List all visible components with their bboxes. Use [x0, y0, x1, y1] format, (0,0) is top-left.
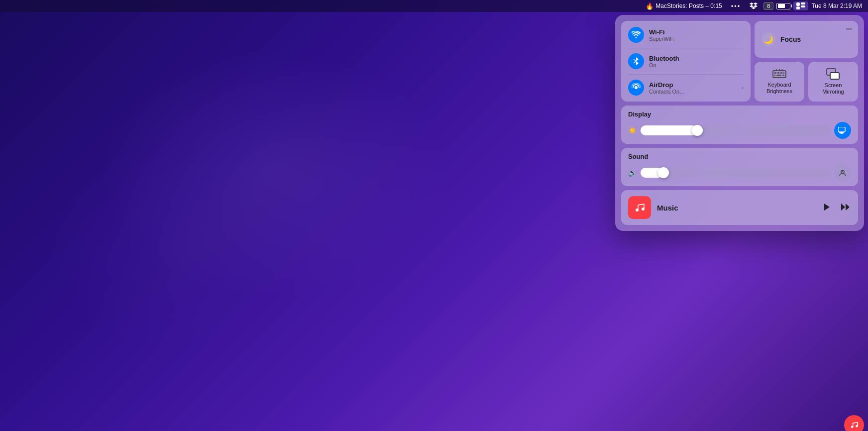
- display-action-button[interactable]: [834, 122, 851, 139]
- sound-title: Sound: [628, 153, 851, 160]
- focus-tile[interactable]: 🌙 Focus •••: [755, 21, 858, 58]
- timer-label: MacStories: Posts – 0:15: [655, 2, 722, 9]
- music-app-icon: [628, 196, 651, 219]
- battery-fill: [778, 4, 785, 8]
- airdrop-item[interactable]: AirDrop Contacts On… ›: [628, 80, 744, 96]
- dropbox-icon: [750, 2, 758, 10]
- airdrop-name: AirDrop: [649, 81, 737, 89]
- keyboard-brightness-tile[interactable]: KeyboardBrightness: [755, 62, 804, 102]
- bluetooth-icon: [633, 57, 640, 66]
- music-label: Music: [657, 204, 815, 212]
- airdrop-sub: Contacts On…: [649, 89, 737, 95]
- control-center-button[interactable]: [793, 1, 808, 10]
- datetime-display: Tue 8 Mar 2:19 AM: [811, 2, 862, 9]
- display-title: Display: [628, 110, 851, 118]
- divider-2: [628, 74, 744, 75]
- display-slider-track[interactable]: [641, 125, 830, 135]
- svg-rect-9: [783, 72, 784, 74]
- battery-indicator: [776, 3, 790, 9]
- svg-line-14: [776, 69, 777, 70]
- svg-rect-10: [774, 75, 775, 76]
- top-right-column: 🌙 Focus •••: [755, 21, 858, 102]
- svg-point-27: [856, 425, 858, 428]
- menubar: 🔥 MacStories: Posts – 0:15 ••• 8: [0, 0, 868, 12]
- wifi-item[interactable]: Wi-Fi SuperWiFi: [628, 27, 744, 43]
- numeral-badge[interactable]: 8: [763, 2, 773, 10]
- svg-rect-6: [774, 72, 776, 74]
- dropbox-item[interactable]: [747, 1, 760, 11]
- svg-point-25: [642, 208, 645, 211]
- svg-rect-5: [773, 71, 786, 78]
- airplay-audio-button[interactable]: [834, 164, 851, 181]
- svg-rect-3: [801, 5, 805, 7]
- display-slider-row: ☀️: [628, 122, 851, 139]
- svg-rect-11: [776, 75, 781, 76]
- timer-flame-icon: 🔥: [646, 2, 653, 10]
- small-tiles-row: KeyboardBrightness ScreenMirroring: [755, 62, 858, 102]
- play-icon: [823, 203, 830, 211]
- keyboard-brightness-icon: [772, 69, 786, 80]
- svg-rect-8: [780, 72, 782, 74]
- volume-icon: 🔈: [628, 169, 637, 177]
- svg-rect-12: [782, 75, 784, 76]
- focus-moon-icon: 🌙: [761, 32, 775, 46]
- svg-point-26: [851, 426, 854, 429]
- bt-sub: On: [649, 62, 744, 68]
- airdrop-chevron: ›: [742, 84, 744, 91]
- numeral-value: 8: [767, 3, 770, 9]
- svg-point-24: [636, 209, 639, 212]
- display-slider-thumb: [692, 125, 703, 136]
- bluetooth-icon-circle: [628, 53, 644, 69]
- bluetooth-item[interactable]: Bluetooth On: [628, 53, 744, 69]
- display-slider-fill: [641, 125, 697, 135]
- airplay-audio-icon: [839, 169, 847, 177]
- svg-rect-2: [801, 2, 805, 4]
- battery-body: [776, 3, 790, 9]
- wifi-icon-circle: [628, 27, 644, 43]
- svg-rect-7: [777, 72, 779, 74]
- svg-point-23: [842, 171, 843, 172]
- music-skip-button[interactable]: [838, 201, 851, 215]
- wifi-icon: [632, 31, 641, 38]
- bt-name: Bluetooth: [649, 55, 744, 62]
- dots-item[interactable]: •••: [728, 1, 744, 11]
- divider-1: [628, 48, 744, 48]
- airdrop-icon-circle: [628, 80, 644, 96]
- airdrop-icon: [632, 83, 641, 92]
- screen-mirroring-icon: [826, 68, 840, 80]
- svg-rect-21: [841, 133, 843, 134]
- svg-rect-17: [830, 73, 839, 79]
- wifi-sub: SuperWiFi: [649, 36, 744, 42]
- svg-rect-0: [796, 2, 800, 6]
- dots-icon: •••: [731, 2, 741, 10]
- brightness-icon: ☀️: [628, 126, 637, 134]
- dock-music-note-icon: [849, 420, 859, 430]
- display-action-icon: [838, 127, 847, 134]
- music-controls: [821, 201, 851, 215]
- dock-music-icon[interactable]: [844, 415, 864, 431]
- sound-slider-thumb: [658, 167, 669, 178]
- music-play-button[interactable]: [821, 201, 832, 215]
- svg-rect-20: [839, 132, 844, 133]
- screen-mirroring-label: ScreenMirroring: [822, 82, 844, 95]
- music-note-icon: [633, 201, 646, 214]
- network-tile: Wi-Fi SuperWiFi Bluetooth On: [621, 21, 751, 102]
- svg-point-4: [635, 86, 638, 89]
- skip-forward-icon: [840, 203, 849, 211]
- svg-line-15: [782, 69, 782, 70]
- top-section: Wi-Fi SuperWiFi Bluetooth On: [621, 21, 858, 102]
- svg-rect-1: [796, 6, 800, 9]
- display-tile: Display ☀️: [621, 106, 858, 144]
- screen-mirroring-tile[interactable]: ScreenMirroring: [808, 62, 858, 102]
- sound-slider-track[interactable]: [641, 168, 830, 178]
- control-center-panel: Wi-Fi SuperWiFi Bluetooth On: [615, 15, 864, 231]
- sound-tile: Sound 🔈: [621, 148, 858, 186]
- control-center-icon: [796, 2, 805, 9]
- keyboard-brightness-label: KeyboardBrightness: [766, 82, 792, 95]
- airdrop-text: AirDrop Contacts On…: [649, 81, 737, 95]
- bt-text: Bluetooth On: [649, 55, 744, 68]
- focus-dots: •••: [846, 26, 852, 33]
- timer-item[interactable]: 🔥 MacStories: Posts – 0:15: [643, 1, 725, 11]
- music-tile: Music: [621, 190, 858, 225]
- sound-slider-row: 🔈: [628, 164, 851, 181]
